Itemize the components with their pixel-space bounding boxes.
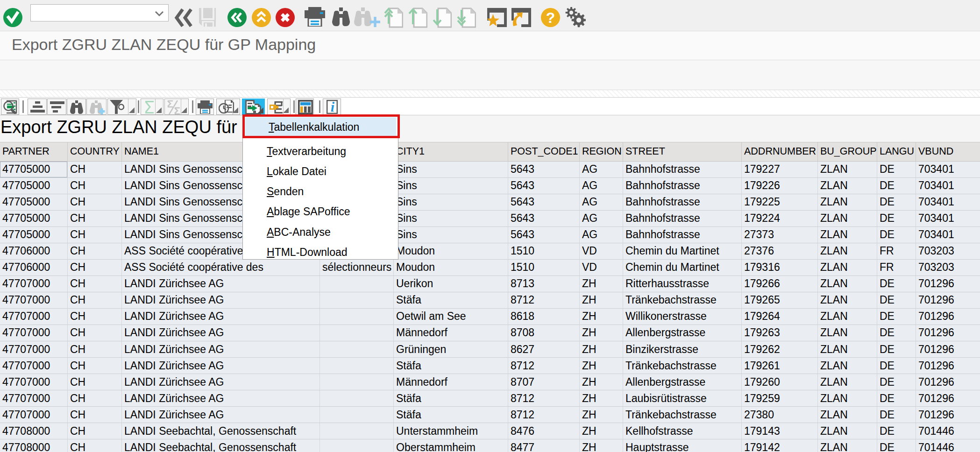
svg-text:i: i <box>331 100 335 114</box>
svg-text:?: ? <box>546 9 555 26</box>
